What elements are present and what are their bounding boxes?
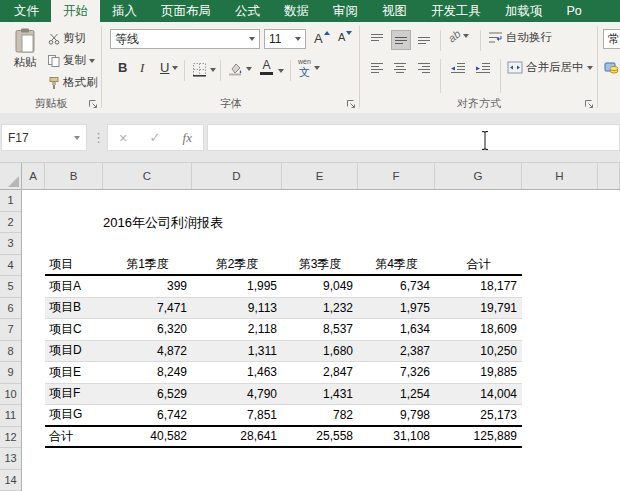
cell[interactable]: 项目B	[45, 299, 103, 316]
cell[interactable]: 1,254	[358, 387, 435, 401]
cell[interactable]: 1,311	[192, 344, 282, 358]
cell[interactable]: 18,609	[435, 322, 522, 336]
cell[interactable]: 6,742	[103, 408, 192, 422]
font-color-button[interactable]: A	[260, 60, 273, 75]
enter-icon[interactable]: ✓	[149, 130, 160, 145]
cell[interactable]: 6,320	[103, 322, 192, 336]
cell[interactable]: 14,004	[435, 387, 522, 401]
cell[interactable]: 19,885	[435, 365, 522, 379]
cell[interactable]: 项目F	[45, 385, 103, 402]
cell[interactable]: 1,680	[282, 344, 358, 358]
cell[interactable]: 399	[103, 279, 192, 293]
copy-button[interactable]: 复制	[48, 53, 95, 68]
cell[interactable]: 6,734	[358, 279, 435, 293]
increase-indent-button[interactable]	[473, 59, 493, 77]
formula-bar-drag-handle-icon[interactable]: ⋮	[92, 126, 105, 149]
ribbon-tab[interactable]: 数据	[272, 0, 321, 22]
wrap-text-button[interactable]: 自动换行	[488, 30, 552, 45]
cell[interactable]: 项目	[45, 256, 103, 273]
row-header[interactable]: 3	[0, 233, 21, 255]
row-header[interactable]: 14	[0, 470, 21, 491]
cell[interactable]: 7,471	[103, 301, 192, 315]
underline-button[interactable]: U	[160, 60, 178, 75]
merge-center-button[interactable]: 合并后居中	[507, 60, 593, 75]
column-header[interactable]: D	[192, 163, 282, 189]
align-middle-button[interactable]	[391, 30, 411, 50]
cell[interactable]: 25,173	[435, 408, 522, 422]
cell[interactable]: 2,118	[192, 322, 282, 336]
cell[interactable]: 2,847	[282, 365, 358, 379]
cell[interactable]: 项目G	[45, 406, 103, 423]
column-header[interactable]: H	[522, 163, 598, 189]
font-size-combo[interactable]: 11	[264, 29, 306, 49]
cell[interactable]: 7,326	[358, 365, 435, 379]
ribbon-tab[interactable]: 公式	[223, 0, 272, 22]
cell[interactable]: 项目D	[45, 342, 103, 359]
cell[interactable]: 18,177	[435, 279, 522, 293]
column-header[interactable]	[598, 163, 620, 189]
select-all-button[interactable]	[0, 163, 22, 189]
ribbon-tab[interactable]: Po	[555, 0, 594, 22]
row-header[interactable]: 12	[0, 427, 21, 449]
font-name-combo[interactable]: 等线	[110, 29, 260, 49]
cell[interactable]: 6,529	[103, 387, 192, 401]
increase-font-button[interactable]: A	[314, 31, 330, 46]
cell[interactable]: 合计	[435, 256, 522, 273]
ribbon-tab[interactable]: 加载项	[493, 0, 555, 22]
align-right-button[interactable]	[415, 59, 433, 77]
cell[interactable]: 第4季度	[358, 256, 435, 273]
cell[interactable]: 9,049	[282, 279, 358, 293]
cell[interactable]: 1,463	[192, 365, 282, 379]
cell[interactable]: 19,791	[435, 301, 522, 315]
cell[interactable]: 项目E	[45, 364, 103, 381]
cell[interactable]: 项目A	[45, 278, 103, 295]
cell[interactable]: 9,798	[358, 408, 435, 422]
cell[interactable]: 1,634	[358, 322, 435, 336]
row-header[interactable]: 7	[0, 319, 21, 341]
cell[interactable]: 1,232	[282, 301, 358, 315]
alignment-dialog-launcher-icon[interactable]	[584, 99, 594, 109]
align-top-button[interactable]	[368, 30, 386, 48]
row-header[interactable]: 6	[0, 298, 21, 320]
insert-function-icon[interactable]: fx	[183, 130, 192, 146]
row-header[interactable]: 13	[0, 448, 21, 470]
row-header[interactable]: 4	[0, 255, 21, 277]
fill-color-button[interactable]	[228, 62, 252, 76]
font-dialog-launcher-icon[interactable]	[346, 99, 356, 109]
cell[interactable]: 1,995	[192, 279, 282, 293]
cell[interactable]: 40,582	[103, 429, 192, 443]
cell[interactable]: 25,558	[282, 429, 358, 443]
cell[interactable]: 项目C	[45, 321, 103, 338]
italic-button[interactable]: I	[140, 60, 144, 76]
column-header[interactable]: E	[282, 163, 358, 189]
ribbon-tab[interactable]: 开发工具	[419, 0, 493, 22]
cell[interactable]: 1,975	[358, 301, 435, 315]
row-header[interactable]: 5	[0, 276, 21, 298]
column-header[interactable]: B	[45, 163, 103, 189]
align-bottom-button[interactable]	[415, 30, 433, 48]
cancel-icon[interactable]: ×	[119, 130, 127, 146]
accounting-format-button[interactable]	[603, 60, 620, 76]
ribbon-tab[interactable]: 插入	[100, 0, 149, 22]
cell[interactable]: 28,641	[192, 429, 282, 443]
paste-button[interactable]: 粘贴	[6, 28, 44, 70]
column-header[interactable]: F	[358, 163, 435, 189]
orientation-button[interactable]: ab	[448, 30, 469, 42]
cell[interactable]: 8,249	[103, 365, 192, 379]
cells-area[interactable]: 2016年公司利润报表 项目第1季度第2季度第3季度第4季度合计项目A3991,…	[22, 190, 620, 491]
cell[interactable]: 7,851	[192, 408, 282, 422]
cell[interactable]: 10,250	[435, 344, 522, 358]
bold-button[interactable]: B	[118, 60, 127, 75]
row-header[interactable]: 1	[0, 190, 21, 212]
ribbon-tab[interactable]: 文件	[2, 0, 51, 22]
row-header[interactable]: 9	[0, 362, 21, 384]
cell[interactable]: 4,790	[192, 387, 282, 401]
decrease-font-button[interactable]: A	[338, 31, 352, 43]
cut-button[interactable]: 剪切	[48, 31, 86, 46]
formula-input[interactable]	[207, 124, 620, 151]
cell[interactable]: 第1季度	[103, 256, 192, 273]
column-header[interactable]: G	[435, 163, 522, 189]
clipboard-dialog-launcher-icon[interactable]	[88, 99, 98, 109]
row-header[interactable]: 8	[0, 341, 21, 363]
cell[interactable]: 8,537	[282, 322, 358, 336]
